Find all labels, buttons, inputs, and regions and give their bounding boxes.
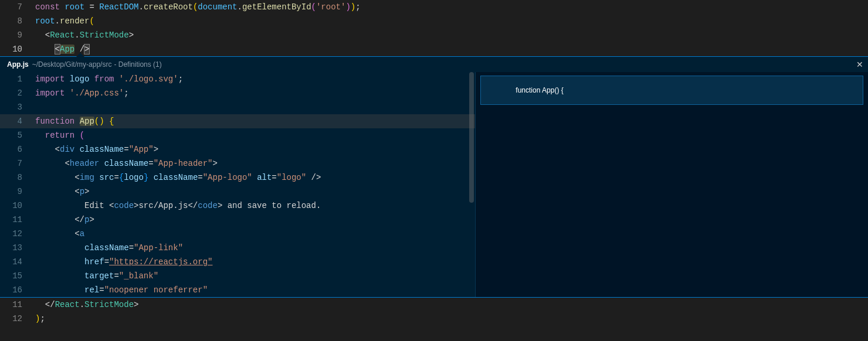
peek-definitions-count: - Definitions (1) [114,60,161,69]
line-number: 6 [0,142,35,156]
code-line[interactable]: 9 <React.StrictMode> [0,28,868,42]
line-number: 7 [0,156,35,170]
code-content[interactable]: return ( [35,128,475,142]
line-number: 11 [0,298,35,312]
line-number: 12 [0,227,35,241]
code-line[interactable]: 13 className="App-link" [0,241,475,255]
code-line[interactable]: 6 <div className="App"> [0,142,475,156]
line-number: 1 [0,72,35,86]
line-number: 9 [0,185,35,199]
line-number: 12 [0,312,35,326]
code-line[interactable]: 12); [0,312,868,326]
code-content[interactable]: root.render( [35,14,868,28]
line-number: 8 [0,14,35,28]
peek-caret-icon [76,53,84,57]
code-line[interactable]: 8root.render( [0,14,868,28]
code-content[interactable]: <header className="App-header"> [35,156,475,170]
code-content[interactable]: <div className="App"> [35,142,475,156]
peek-file-name[interactable]: App.js [7,60,29,69]
close-icon[interactable]: ✕ [852,60,868,69]
code-line[interactable]: 11 </React.StrictMode> [0,298,868,312]
code-line[interactable]: 7 <header className="App-header"> [0,156,475,170]
line-number: 14 [0,255,35,269]
code-line[interactable]: 10 <App /> [0,42,868,56]
definition-list-item[interactable]: function App() { [480,76,863,105]
code-content[interactable]: const root = ReactDOM.createRoot(documen… [35,0,868,14]
line-number: 15 [0,269,35,283]
code-content[interactable]: function App() { [35,114,475,128]
code-content[interactable]: </React.StrictMode> [35,298,868,312]
code-line[interactable]: 11 </p> [0,213,475,227]
code-line[interactable]: 12 <a [0,227,475,241]
line-number: 3 [0,100,35,114]
code-line[interactable]: 4function App() { [0,114,475,128]
code-content[interactable]: Edit <code>src/App.js</code> and save to… [35,199,475,213]
peek-definition-widget: App.js ~/Desktop/Git/my-app/src - Defini… [0,56,868,298]
code-content[interactable]: ); [35,312,868,326]
code-editor: 7const root = ReactDOM.createRoot(docume… [0,0,868,341]
code-content[interactable]: href="https://reactjs.org" [35,255,475,269]
code-content[interactable]: </p> [35,213,475,227]
code-line[interactable]: 7const root = ReactDOM.createRoot(docume… [0,0,868,14]
code-content[interactable]: <App /> [35,42,868,56]
code-content[interactable]: <React.StrictMode> [35,28,868,42]
code-line[interactable]: 8 <img src={logo} className="App-logo" a… [0,170,475,185]
code-line[interactable]: 2import './App.css'; [0,86,475,100]
line-number: 10 [0,42,35,56]
peek-body: 1import logo from './logo.svg';2import '… [0,72,868,297]
line-number: 10 [0,199,35,213]
code-line[interactable]: 1import logo from './logo.svg'; [0,72,475,86]
line-number: 8 [0,170,35,185]
peek-code-pane[interactable]: 1import logo from './logo.svg';2import '… [0,72,475,297]
code-line[interactable]: 14 href="https://reactjs.org" [0,255,475,269]
line-number: 16 [0,283,35,297]
code-line[interactable]: 10 Edit <code>src/App.js</code> and save… [0,199,475,213]
code-content[interactable]: <img src={logo} className="App-logo" alt… [35,170,475,185]
code-content[interactable]: className="App-link" [35,241,475,255]
outer-editor-bottom[interactable]: 11 </React.StrictMode>12); [0,298,868,326]
line-number: 5 [0,128,35,142]
line-number: 11 [0,213,35,227]
outer-editor-top[interactable]: 7const root = ReactDOM.createRoot(docume… [0,0,868,56]
code-content[interactable]: rel="noopener noreferrer" [35,283,475,297]
code-content[interactable]: <a [35,227,475,241]
code-line[interactable]: 16 rel="noopener noreferrer" [0,283,475,297]
peek-file-path: ~/Desktop/Git/my-app/src [32,60,112,69]
code-content[interactable]: import './App.css'; [35,86,475,100]
line-number: 2 [0,86,35,100]
code-line[interactable]: 15 target="_blank" [0,269,475,283]
line-number: 13 [0,241,35,255]
line-number: 4 [0,114,35,128]
code-line[interactable]: 5 return ( [0,128,475,142]
peek-definition-list[interactable]: function App() { [475,72,868,297]
line-number: 7 [0,0,35,14]
code-content[interactable]: import logo from './logo.svg'; [35,72,475,86]
code-content[interactable]: <p> [35,185,475,199]
code-line[interactable]: 9 <p> [0,185,475,199]
code-content[interactable]: target="_blank" [35,269,475,283]
peek-header: App.js ~/Desktop/Git/my-app/src - Defini… [0,57,868,72]
code-line[interactable]: 3 [0,100,475,114]
line-number: 9 [0,28,35,42]
